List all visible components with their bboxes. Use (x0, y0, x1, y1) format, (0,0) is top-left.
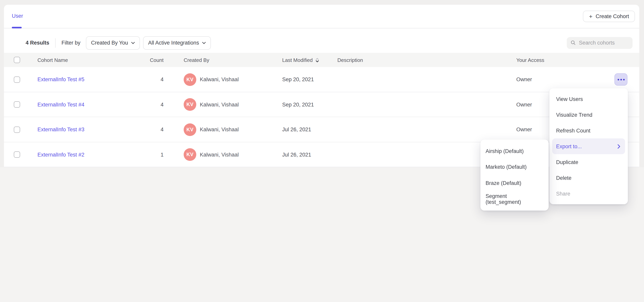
count-cell: 4 (134, 92, 164, 117)
created-by-filter-label: Created By You (91, 40, 128, 46)
header-cohort-name[interactable]: Cohort Name (38, 53, 68, 67)
row-checkbox[interactable] (14, 76, 20, 83)
cohort-name-link[interactable]: ExternalInfo Test #4 (38, 102, 84, 108)
header-created-by[interactable]: Created By (184, 53, 209, 67)
select-all-checkbox[interactable] (14, 57, 20, 63)
header-your-access[interactable]: Your Access (516, 53, 544, 67)
creator-name: Kalwani, Vishaal (200, 152, 239, 158)
menu-item-view-users[interactable]: View Users (552, 91, 625, 107)
header-description[interactable]: Description (337, 53, 363, 67)
menu-item-delete[interactable]: Delete (552, 170, 625, 186)
chevron-right-icon (618, 144, 620, 148)
ellipsis-icon (618, 79, 619, 80)
table-row: ExternalInfo Test #4 4 KV Kalwani, Visha… (4, 92, 639, 117)
filter-by-label: Filter by (62, 40, 80, 46)
ellipsis-icon (620, 79, 622, 80)
active-tab-indicator (12, 27, 22, 28)
plus-icon: + (589, 13, 592, 19)
submenu-item-marketo[interactable]: Marketo (Default) (483, 159, 546, 175)
last-modified-cell: Jul 26, 2021 (282, 117, 311, 142)
integrations-filter-label: All Active Integrations (148, 40, 199, 46)
last-modified-cell: Sep 20, 2021 (282, 67, 314, 92)
create-cohort-label: Create Cohort (596, 14, 629, 19)
last-modified-cell: Jul 26, 2021 (282, 142, 311, 167)
created-by-cell: KV Kalwani, Vishaal (184, 142, 239, 167)
your-access-cell: Owner (516, 92, 532, 117)
menu-item-refresh-count[interactable]: Refresh Count (552, 122, 625, 138)
search-icon (571, 40, 576, 46)
submenu-item-segment[interactable]: Segment (test_segment) (483, 191, 546, 207)
table-row: ExternalInfo Test #3 4 KV Kalwani, Visha… (4, 117, 639, 142)
cohort-name-cell: ExternalInfo Test #5 (38, 67, 84, 92)
integrations-filter-dropdown[interactable]: All Active Integrations (143, 36, 211, 50)
last-modified-cell: Sep 20, 2021 (282, 92, 314, 117)
table-row: ExternalInfo Test #5 4 KV Kalwani, Visha… (4, 67, 639, 92)
cohort-name-link[interactable]: ExternalInfo Test #3 (38, 127, 84, 133)
sort-icon[interactable] (316, 58, 319, 62)
submenu-item-braze[interactable]: Braze (Default) (483, 175, 546, 191)
table-header: Cohort Name Count Created By Last Modifi… (4, 53, 639, 67)
menu-item-visualize-trend[interactable]: Visualize Trend (552, 107, 625, 122)
your-access-cell: Owner (516, 67, 532, 92)
search-input[interactable] (579, 40, 629, 46)
ellipsis-icon (623, 79, 624, 80)
avatar: KV (184, 148, 196, 161)
header-last-modified[interactable]: Last Modified (282, 53, 319, 67)
count-cell: 4 (134, 67, 164, 92)
cohort-name-cell: ExternalInfo Test #2 (38, 142, 84, 167)
cohorts-page: User + Create Cohort 4 Results Filter by… (0, 0, 644, 302)
search-box[interactable] (567, 37, 632, 49)
row-checkbox-cell (14, 142, 20, 167)
divider (55, 38, 56, 48)
creator-name: Kalwani, Vishaal (200, 77, 239, 82)
chevron-down-icon (131, 42, 135, 44)
creator-name: Kalwani, Vishaal (200, 102, 239, 108)
menu-item-share: Share (552, 186, 625, 202)
cohort-name-cell: ExternalInfo Test #3 (38, 117, 84, 142)
count-cell: 4 (134, 117, 164, 142)
row-checkbox-cell (14, 67, 20, 92)
row-checkbox[interactable] (14, 126, 20, 133)
cohort-name-cell: ExternalInfo Test #4 (38, 92, 84, 117)
created-by-cell: KV Kalwani, Vishaal (184, 92, 239, 117)
row-actions-button[interactable] (614, 74, 628, 86)
cohort-name-link[interactable]: ExternalInfo Test #5 (38, 77, 84, 82)
created-by-filter-dropdown[interactable]: Created By You (86, 36, 140, 50)
create-cohort-button[interactable]: + Create Cohort (583, 11, 635, 22)
created-by-cell: KV Kalwani, Vishaal (184, 67, 239, 92)
menu-item-export-to[interactable]: Export to... (552, 138, 625, 154)
avatar: KV (184, 73, 196, 86)
tab-bar: User + Create Cohort (4, 5, 639, 28)
header-count[interactable]: Count (134, 53, 164, 67)
row-checkbox[interactable] (14, 152, 20, 158)
row-checkbox-cell (14, 117, 20, 142)
creator-name: Kalwani, Vishaal (200, 127, 239, 133)
row-checkbox-cell (14, 92, 20, 117)
chevron-down-icon (202, 42, 206, 44)
select-all-cell (14, 53, 20, 67)
created-by-cell: KV Kalwani, Vishaal (184, 117, 239, 142)
tab-user[interactable]: User (12, 13, 23, 19)
export-submenu: Airship (Default) Marketo (Default) Braz… (480, 140, 548, 210)
your-access-cell: Owner (516, 117, 532, 142)
row-context-menu: View Users Visualize Trend Refresh Count… (550, 88, 628, 204)
menu-item-duplicate[interactable]: Duplicate (552, 154, 625, 170)
avatar: KV (184, 98, 196, 111)
submenu-item-airship[interactable]: Airship (Default) (483, 143, 546, 159)
menu-item-export-to-label: Export to... (556, 143, 582, 149)
header-last-modified-label: Last Modified (282, 57, 313, 63)
avatar: KV (184, 124, 196, 136)
cohort-name-link[interactable]: ExternalInfo Test #2 (38, 152, 84, 158)
row-checkbox[interactable] (14, 102, 20, 108)
count-cell: 1 (134, 142, 164, 167)
results-count: 4 Results (26, 40, 49, 46)
